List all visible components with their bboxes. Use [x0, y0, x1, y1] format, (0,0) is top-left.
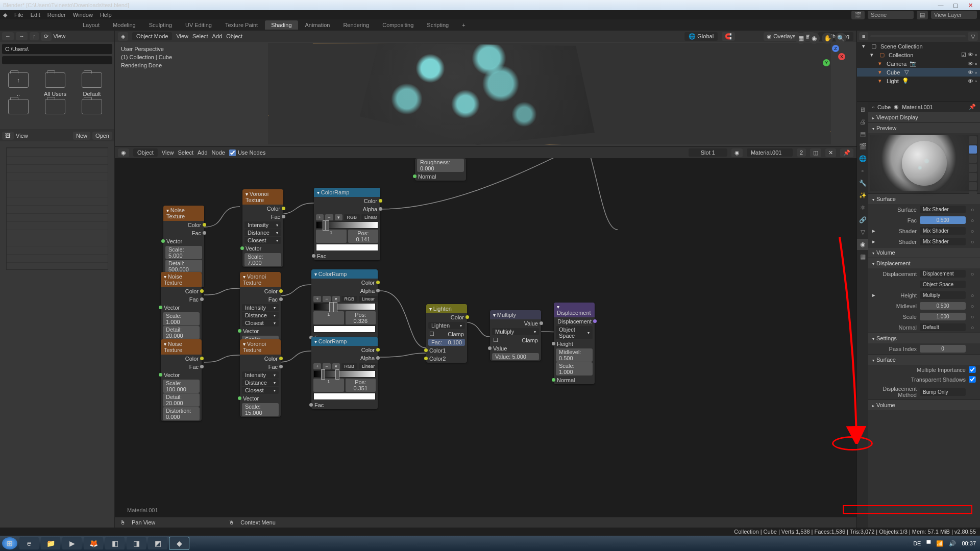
- ie-view-menu[interactable]: View: [16, 133, 28, 139]
- prev-fluid-icon[interactable]: [969, 191, 977, 199]
- ramp-mode[interactable]: RGB: [344, 214, 360, 220]
- taskbar-app3[interactable]: ◩: [148, 537, 167, 549]
- fb-folder[interactable]: [38, 99, 72, 117]
- ramp-add[interactable]: +: [316, 214, 324, 220]
- fb-up-icon[interactable]: ↑: [30, 32, 39, 40]
- clamp-check[interactable]: ☐ Clamp: [426, 330, 467, 338]
- maximize-button[interactable]: ▢: [949, 2, 962, 9]
- displacement-method-drop[interactable]: Bump Only: [920, 388, 966, 396]
- viewlayer-selector[interactable]: View Layer: [931, 11, 977, 19]
- material-selector[interactable]: Material.001: [747, 148, 793, 157]
- menu-edit[interactable]: Edit: [31, 12, 40, 18]
- new-material-button[interactable]: ◫: [810, 148, 821, 157]
- scale-field[interactable]: Scale: 7.000: [244, 253, 281, 266]
- ramp-del[interactable]: −: [325, 214, 333, 220]
- tab-data[interactable]: ▽: [857, 227, 868, 238]
- node-voronoi2[interactable]: ▾ Voronoi Texture Color Fac Intensity Di…: [240, 272, 281, 349]
- outliner-light[interactable]: ▾Light💡👁▫: [857, 77, 980, 85]
- mode-selector[interactable]: Object Mode: [132, 32, 172, 40]
- tab-modifier[interactable]: 🔧: [857, 178, 868, 189]
- prev-cloth-icon[interactable]: [969, 182, 977, 190]
- node-colorramp2[interactable]: ▾ ColorRamp Color Alpha +−▾RGBLinear 1Po…: [311, 269, 378, 342]
- pan-icon[interactable]: ✋: [822, 33, 833, 44]
- outliner-type-icon[interactable]: ≡: [859, 32, 868, 40]
- node-header[interactable]: ▾ ColorRamp: [314, 188, 380, 197]
- close-button[interactable]: ✕: [964, 2, 977, 9]
- tab-particle[interactable]: ✨: [857, 190, 868, 201]
- menu-help[interactable]: Help: [100, 12, 112, 18]
- camera-view-icon[interactable]: ▦: [795, 33, 806, 44]
- taskbar-ie[interactable]: e: [19, 537, 39, 549]
- pin-icon[interactable]: 📌: [969, 104, 976, 110]
- fb-folder[interactable]: [75, 99, 109, 117]
- vp-menu-view[interactable]: View: [176, 33, 188, 39]
- ramp-gradient[interactable]: [316, 221, 378, 229]
- tab-constraint[interactable]: 🔗: [857, 214, 868, 226]
- node-header[interactable]: ▾ Noise Texture: [161, 339, 202, 355]
- multi-importance-check[interactable]: [969, 366, 976, 373]
- perspective-icon[interactable]: ◉: [808, 33, 820, 44]
- taskbar-blender[interactable]: ◆: [169, 537, 189, 549]
- transparent-shadows-check[interactable]: [969, 376, 976, 383]
- tab-animation[interactable]: Animation: [299, 20, 336, 30]
- tray-network-icon[interactable]: 📶: [936, 540, 943, 546]
- node-header[interactable]: ▾ Displacement: [554, 303, 595, 317]
- taskbar-app[interactable]: ◧: [105, 537, 125, 549]
- start-button[interactable]: ⊞: [2, 537, 17, 549]
- space-drop[interactable]: Object Space: [920, 281, 966, 288]
- menu-render[interactable]: Render: [47, 12, 66, 18]
- tab-scene[interactable]: 🎬: [857, 141, 868, 152]
- taskbar-media[interactable]: ▶: [62, 537, 82, 549]
- disp-drop[interactable]: Displacement: [920, 270, 966, 278]
- vp-menu-select[interactable]: Select: [192, 33, 208, 39]
- panel-surface[interactable]: ▾Surface: [868, 193, 980, 204]
- overlays-toggle[interactable]: ◉ Overlays: [764, 32, 798, 41]
- material-users[interactable]: 2: [797, 148, 806, 157]
- prev-flat-icon[interactable]: [969, 136, 977, 144]
- node-header[interactable]: ▾ ColorRamp: [311, 269, 378, 279]
- image-canvas[interactable]: [6, 147, 108, 270]
- viewlayer-icon[interactable]: ▤: [917, 11, 928, 19]
- ne-type-icon[interactable]: ◉: [118, 148, 129, 157]
- tab-shading[interactable]: Shading: [265, 20, 298, 30]
- outliner-search[interactable]: [870, 35, 966, 37]
- fb-folder[interactable]: Default: [75, 72, 109, 97]
- node-header[interactable]: ▾ Noise Texture: [161, 272, 202, 287]
- fb-folder[interactable]: All Users: [38, 72, 72, 97]
- prev-hair-icon[interactable]: [969, 164, 977, 172]
- scale-field[interactable]: 1.000: [920, 313, 966, 320]
- fb-path[interactable]: C:\Users\: [2, 44, 112, 54]
- normal-drop[interactable]: Default: [920, 323, 966, 331]
- node-voronoi3[interactable]: ▾ Voronoi Texture Color Fac Intensity Di…: [240, 339, 281, 417]
- scene-selector[interactable]: Scene: [868, 11, 914, 19]
- node-lighten[interactable]: ▾ Lighten Color Lighten ☐ Clamp Fac:0.10…: [426, 304, 467, 363]
- menu-file[interactable]: File: [14, 12, 23, 18]
- system-tray[interactable]: DE ▀ 📶 🔊 00:37: [911, 540, 978, 547]
- zoom-icon[interactable]: 🔍: [835, 33, 846, 44]
- outliner-cube[interactable]: ▾Cube▽👁▫: [857, 68, 980, 77]
- fb-back-icon[interactable]: ←: [2, 32, 14, 40]
- node-colorramp3[interactable]: ▾ ColorRamp Color Alpha +−▾RGBLinear 1Po…: [311, 337, 378, 409]
- ne-menu-node[interactable]: Node: [212, 149, 225, 156]
- surface-shader-drop[interactable]: Mix Shader: [920, 206, 966, 213]
- fb-view-menu[interactable]: View: [54, 33, 66, 39]
- tab-material[interactable]: ◉: [857, 239, 868, 250]
- tab-sculpting[interactable]: Sculpting: [143, 20, 178, 30]
- node-header[interactable]: ▾ Lighten: [426, 304, 467, 313]
- panel-viewport-display[interactable]: ▸Viewport Display: [868, 112, 980, 122]
- node-header[interactable]: ▾ Voronoi Texture: [240, 272, 281, 287]
- editor-type-icon[interactable]: ◈: [118, 32, 128, 41]
- tab-modeling[interactable]: Modeling: [107, 20, 142, 30]
- outliner-collection[interactable]: ▾▢Collection☑👁▫: [857, 51, 980, 59]
- ie-new-button[interactable]: New: [73, 132, 90, 140]
- scale-field[interactable]: Scale: 5.000: [165, 246, 202, 259]
- panel-settings[interactable]: ▾Settings: [868, 333, 980, 343]
- fb-fwd-icon[interactable]: →: [16, 32, 28, 40]
- distance-drop[interactable]: Distance: [244, 229, 281, 236]
- node-header[interactable]: ▾ Voronoi Texture: [242, 189, 283, 205]
- ne-menu-select[interactable]: Select: [178, 149, 193, 156]
- fb-filter-input[interactable]: [2, 56, 112, 64]
- panel-displacement[interactable]: ▾Displacement: [868, 258, 980, 268]
- ne-menu-view[interactable]: View: [162, 149, 174, 156]
- snap-icon[interactable]: 🧲: [722, 32, 735, 41]
